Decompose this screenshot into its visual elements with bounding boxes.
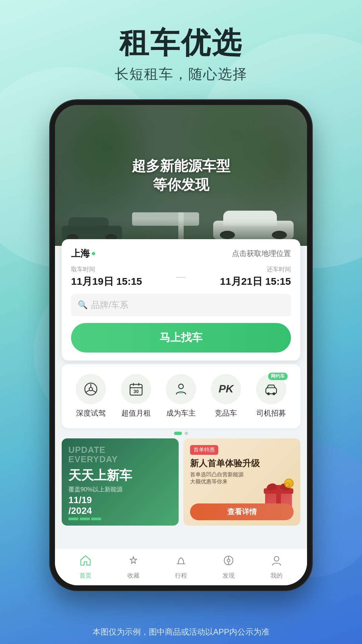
nav-item-profile[interactable]: 我的 [270, 554, 283, 580]
steering-wheel-icon [83, 382, 98, 396]
location-dot-icon [92, 252, 95, 255]
search-icon: 🔍 [78, 300, 88, 310]
dot-1 [174, 432, 182, 435]
pickup-date: 11月19日 15:15 [71, 275, 173, 288]
hero-text: 超多新能源车型 等你发现 [132, 157, 230, 194]
stripe-1 [68, 518, 78, 520]
nav-label-favorites: 收藏 [127, 572, 139, 580]
stripe-2 [80, 518, 90, 520]
nav-label-trips: 行程 [175, 572, 187, 580]
phone-mockup-container: 超多新能源车型 等你发现 上海 点击获取地理位置 取车时间 11月19日 15 [0, 100, 362, 590]
svg-point-18 [227, 559, 230, 562]
banner-left-content: UPDATEEVERYDAY 天天上新车 覆盖90%以上新能源 11/19/20… [62, 438, 179, 526]
discover-icon [223, 554, 235, 570]
svg-point-15 [273, 392, 275, 395]
quick-item-owner[interactable]: 成为车主 [166, 374, 196, 418]
favorites-icon [127, 554, 139, 570]
hero-banner[interactable]: 超多新能源车型 等你发现 [55, 105, 307, 246]
quick-item-test-drive[interactable]: 深度试驾 [76, 374, 106, 418]
date-separator: — [176, 271, 186, 282]
home-icon [79, 554, 92, 570]
banner-date: 11/19/2024 [68, 495, 101, 520]
booking-panel: 上海 点击获取地理位置 取车时间 11月19日 15:15 — 还车时间 11月… [62, 239, 300, 361]
driver-icon-wrap: 网约车 [256, 374, 286, 404]
page-title: 租车优选 [0, 27, 362, 59]
taxi-icon [264, 382, 279, 396]
nav-label-profile: 我的 [270, 572, 283, 580]
quick-label-monthly: 超值月租 [121, 408, 151, 418]
quick-menu: 深度试驾 30 超值月租 [62, 364, 300, 428]
find-car-button[interactable]: 马上找车 [71, 323, 291, 353]
promotional-banners: UPDATEEVERYDAY 天天上新车 覆盖90%以上新能源 11/19/20… [62, 438, 300, 526]
brand-search-bar[interactable]: 🔍 品牌/车系 [71, 294, 291, 316]
nav-label-discover: 发现 [223, 572, 235, 580]
svg-point-14 [267, 392, 270, 395]
date-row: 取车时间 11月19日 15:15 — 还车时间 11月21日 15:15 [71, 265, 291, 288]
update-everyday-text: UPDATEEVERYDAY [68, 445, 172, 464]
stripe-3 [91, 518, 101, 520]
quick-label-driver: 司机招募 [256, 408, 286, 418]
banner-right-title: 新人首单体验升级 [190, 458, 294, 469]
dot-2 [185, 432, 188, 435]
hero-line1: 超多新能源车型 [132, 157, 230, 175]
page-subtitle: 长短租车，随心选择 [0, 65, 362, 84]
nav-item-trips[interactable]: 行程 [175, 554, 187, 580]
banner-right-content: 首单特惠 新人首单体验升级 首单选凹凸自营新能源大额优惠等你来 [183, 438, 300, 526]
svg-rect-16 [268, 386, 274, 388]
svg-marker-5 [90, 382, 92, 383]
quick-item-pk[interactable]: PK 竞品车 [211, 374, 241, 418]
bottom-navigation: 首页 收藏 [55, 548, 307, 585]
svg-line-3 [85, 390, 89, 392]
profile-icon [270, 554, 283, 570]
pickup-date-group[interactable]: 取车时间 11月19日 15:15 [71, 265, 173, 288]
page-header: 租车优选 长短租车，随心选择 [0, 0, 362, 94]
calendar-icon: 30 [129, 382, 143, 396]
quick-label-owner: 成为车主 [166, 408, 196, 418]
return-date: 11月21日 15:15 [189, 275, 291, 288]
svg-point-1 [89, 387, 93, 391]
location-name[interactable]: 上海 [71, 247, 95, 260]
pk-icon-wrap: PK [211, 374, 241, 404]
owner-icon-wrap [166, 374, 196, 404]
banner-new-cars[interactable]: UPDATEEVERYDAY 天天上新车 覆盖90%以上新能源 11/19/20… [62, 438, 179, 526]
driver-badge: 网约车 [268, 373, 288, 380]
view-details-button[interactable]: 查看详情 [190, 503, 294, 520]
banner-main-text: 天天上新车 [68, 467, 172, 484]
phone-mockup: 超多新能源车型 等你发现 上海 点击获取地理位置 取车时间 11月19日 15 [50, 100, 312, 590]
svg-point-11 [179, 384, 183, 389]
svg-rect-12 [179, 391, 183, 394]
phone-screen: 超多新能源车型 等你发现 上海 点击获取地理位置 取车时间 11月19日 15 [55, 105, 307, 585]
quick-item-driver[interactable]: 网约车 司机招募 [256, 374, 286, 418]
nav-item-discover[interactable]: 发现 [223, 554, 235, 580]
monthly-icon-wrap: 30 [121, 374, 151, 404]
svg-point-21 [274, 556, 279, 561]
svg-text:30: 30 [133, 389, 139, 394]
first-order-badge: 首单特惠 [190, 445, 218, 455]
banner-new-user[interactable]: 首单特惠 新人首单体验升级 首单选凹凸自营新能源大额优惠等你来 [183, 438, 300, 526]
hero-line2: 等你发现 [132, 175, 230, 194]
trips-icon [175, 554, 187, 570]
location-row: 上海 点击获取地理位置 [71, 247, 291, 260]
nav-label-home: 首页 [79, 572, 92, 580]
location-text: 上海 [71, 247, 90, 260]
quick-item-monthly[interactable]: 30 超值月租 [121, 374, 151, 418]
quick-label-test-drive: 深度试驾 [76, 408, 106, 418]
brand-search-placeholder: 品牌/车系 [91, 299, 128, 311]
nav-item-favorites[interactable]: 收藏 [127, 554, 139, 580]
pickup-label: 取车时间 [71, 265, 173, 273]
footer-disclaimer: 本图仅为示例，图中商品或活动以APP内公示为准 [0, 627, 362, 637]
banner-date-text: 11/19/2024 [68, 495, 101, 516]
quick-label-pk: 竞品车 [215, 408, 237, 418]
return-date-group[interactable]: 还车时间 11月21日 15:15 [189, 265, 291, 288]
svg-rect-13 [266, 388, 277, 394]
pk-text: PK [219, 383, 233, 395]
banner-stripes [68, 518, 101, 520]
nav-item-home[interactable]: 首页 [79, 554, 92, 580]
banner-sub-text: 覆盖90%以上新能源 [68, 485, 172, 493]
car-owner-icon [174, 382, 188, 396]
quick-menu-grid: 深度试驾 30 超值月租 [68, 374, 294, 418]
svg-line-4 [93, 390, 97, 392]
return-label: 还车时间 [189, 265, 291, 273]
test-drive-icon-wrap [76, 374, 106, 404]
get-location-button[interactable]: 点击获取地理位置 [232, 249, 291, 259]
